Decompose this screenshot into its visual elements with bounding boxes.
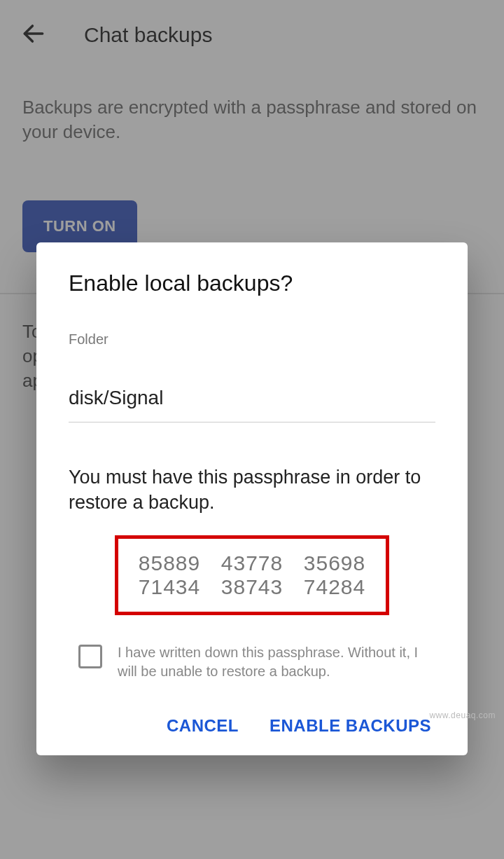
passphrase-group: 35698 — [296, 551, 373, 575]
dialog-actions: CANCEL ENABLE BACKUPS — [69, 716, 435, 736]
cancel-button[interactable]: CANCEL — [167, 716, 239, 736]
enable-backups-button[interactable]: ENABLE BACKUPS — [270, 716, 431, 736]
confirm-row: I have written down this passphrase. Wit… — [69, 643, 435, 681]
passphrase-group: 74284 — [296, 575, 373, 599]
watermark-text: www.deuaq.com — [429, 710, 496, 720]
confirm-checkbox[interactable] — [78, 645, 102, 668]
folder-label: Folder — [69, 331, 435, 348]
passphrase-instruction: You must have this passphrase in order t… — [69, 465, 435, 516]
passphrase-group: 71434 — [131, 575, 208, 599]
folder-path: disk/Signal — [69, 387, 435, 422]
passphrase-box: 85889 43778 35698 71434 38743 74284 — [115, 535, 389, 615]
passphrase-group: 85889 — [131, 551, 208, 575]
confirm-text: I have written down this passphrase. Wit… — [118, 643, 435, 681]
passphrase-group: 38743 — [214, 575, 290, 599]
passphrase-group: 43778 — [214, 551, 290, 575]
dialog-title: Enable local backups? — [69, 270, 435, 296]
enable-backups-dialog: Enable local backups? Folder disk/Signal… — [36, 242, 468, 755]
